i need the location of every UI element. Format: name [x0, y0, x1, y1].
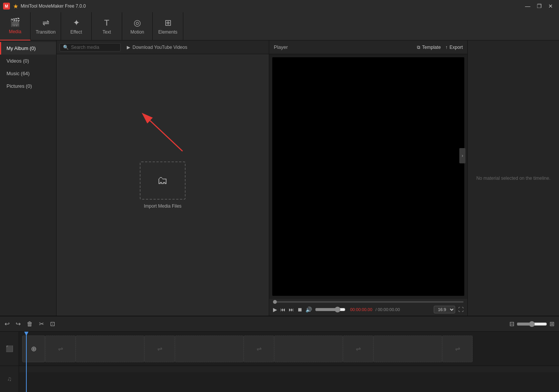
search-input[interactable]: Search media	[71, 45, 99, 50]
toolbar-effect[interactable]: ✦ Effect	[61, 12, 92, 40]
media-icon: 🎬	[10, 18, 20, 27]
timeline-toolbar: ↩ ↪ 🗑 ✂ ⊡ ⊟ ⊞	[0, 316, 559, 332]
title-star-icon: ★	[13, 3, 18, 10]
fullscreen-button[interactable]: ⛶	[458, 307, 464, 313]
next-frame-button[interactable]: ⏭	[289, 307, 294, 313]
window-controls: — ❐ ✕	[522, 1, 556, 11]
prev-frame-button[interactable]: ⏮	[280, 307, 286, 313]
player-controls: ▶ ⏮ ⏭ ⏹ 🔊 00:00:00.00 / 00:00:00.00 16:9…	[269, 299, 467, 316]
yt-download-button[interactable]: ▶ Download YouTube Videos	[124, 44, 190, 51]
elements-icon: ⊞	[165, 18, 171, 28]
transition-slot-4[interactable]: ⇌	[343, 336, 373, 362]
add-icon: ⊕	[31, 345, 37, 353]
app-icon: M	[3, 3, 10, 10]
motion-icon: ◎	[134, 18, 141, 28]
audio-track-label: ♫	[0, 366, 19, 392]
audio-track-icon: ♫	[7, 376, 12, 382]
import-label: Import Media Files	[144, 203, 182, 209]
track-labels: ⬛ ♫	[0, 332, 19, 392]
search-icon: 🔍	[63, 45, 69, 50]
current-time: 00:00:00.00	[350, 307, 372, 312]
progress-bar[interactable]	[273, 301, 464, 303]
play-button[interactable]: ▶	[273, 307, 277, 313]
volume-icon: 🔊	[305, 307, 312, 313]
effect-icon: ✦	[73, 18, 80, 28]
zoom-out-button[interactable]: ⊟	[509, 320, 514, 327]
toolbar-motion[interactable]: ◎ Motion	[122, 12, 153, 40]
template-button[interactable]: ⧉ Template	[417, 45, 441, 50]
transition-slot-1[interactable]: ⇌	[45, 336, 76, 362]
right-panel: No material selected on the timeline.	[467, 40, 559, 316]
maximize-button[interactable]: ❐	[534, 1, 544, 11]
sidebar-item-music[interactable]: Music (64)	[0, 67, 56, 80]
redo-button[interactable]: ↪	[16, 320, 21, 327]
playhead[interactable]	[26, 332, 27, 392]
media-slot-4[interactable]	[373, 336, 442, 362]
content-area: My Album (0) Videos (0) Music (64) Pictu…	[0, 40, 559, 316]
media-content: 🗂 Import Media Files	[57, 54, 269, 316]
transition-icon-2: ⇌	[157, 345, 162, 352]
elements-label: Elements	[158, 29, 177, 35]
transition-icon-5: ⇌	[455, 345, 460, 352]
arrow-annotation	[129, 109, 190, 156]
transition-label: Transition	[36, 29, 55, 35]
export-icon: ↑	[445, 45, 448, 50]
text-label: Text	[102, 29, 111, 35]
transition-slot-2[interactable]: ⇌	[144, 336, 175, 362]
media-slot-2[interactable]	[175, 336, 244, 362]
template-icon: ⧉	[417, 45, 420, 50]
effect-label: Effect	[70, 29, 82, 35]
import-media-button[interactable]: 🗂	[140, 161, 186, 200]
folder-icon: 🗂	[157, 174, 168, 187]
media-slot-1[interactable]	[76, 336, 144, 362]
video-screen	[272, 57, 464, 296]
controls-row: ▶ ⏮ ⏭ ⏹ 🔊 00:00:00.00 / 00:00:00.00 16:9…	[273, 306, 464, 313]
video-track-icon: ⬛	[6, 345, 13, 352]
sidebar: My Album (0) Videos (0) Music (64) Pictu…	[0, 40, 57, 316]
transition-slot-3[interactable]: ⇌	[244, 336, 274, 362]
delete-button[interactable]: 🗑	[27, 321, 33, 327]
media-label: Media	[9, 29, 21, 34]
undo-button[interactable]: ↩	[5, 320, 10, 327]
cut-button[interactable]: ✂	[39, 320, 44, 327]
player-actions: ⧉ Template ↑ Export	[417, 45, 463, 50]
add-video-button[interactable]: ⊕	[22, 336, 45, 362]
transition-slot-5[interactable]: ⇌	[442, 336, 473, 362]
media-panel: 🔍 Search media ▶ Download YouTube Videos…	[57, 40, 269, 316]
zoom-slider[interactable]	[517, 321, 547, 327]
zoom-controls: ⊟ ⊞	[509, 320, 554, 327]
search-box: 🔍 Search media	[60, 43, 121, 52]
svg-line-1	[150, 121, 183, 151]
toolbar-elements[interactable]: ⊞ Elements	[153, 12, 183, 40]
volume-slider[interactable]	[315, 307, 346, 313]
media-toolbar: 🔍 Search media ▶ Download YouTube Videos	[57, 40, 269, 54]
stop-button[interactable]: ⏹	[297, 307, 302, 313]
sidebar-item-videos[interactable]: Videos (0)	[0, 55, 56, 67]
yt-icon: ▶	[127, 45, 130, 50]
sidebar-item-pictures[interactable]: Pictures (0)	[0, 80, 56, 92]
toolbar-text[interactable]: T Text	[92, 12, 122, 40]
main-toolbar: 🎬 Media ⇌ Transition ✦ Effect T Text ◎ M…	[0, 12, 559, 40]
crop-button[interactable]: ⊡	[50, 320, 55, 327]
toolbar-transition[interactable]: ⇌ Transition	[31, 12, 61, 40]
transition-icon-4: ⇌	[356, 345, 361, 352]
player-header: Player ⧉ Template ↑ Export	[269, 40, 467, 54]
toolbar-media[interactable]: 🎬 Media	[0, 12, 31, 40]
timeline: ↩ ↪ 🗑 ✂ ⊡ ⊟ ⊞ ⬛ ♫ ⊕	[0, 316, 559, 392]
panel-toggle-button[interactable]: ›	[459, 148, 465, 163]
aspect-ratio-select[interactable]: 16:9 9:16 4:3 1:1	[434, 306, 455, 313]
media-slot-3[interactable]	[274, 336, 343, 362]
video-track-area: ⊕ ⇌ ⇌ ⇌ ⇌ ⇌	[19, 332, 559, 366]
minimize-button[interactable]: —	[522, 1, 533, 11]
total-time: / 00:00:00.00	[375, 307, 400, 312]
transition-icon-3: ⇌	[257, 345, 262, 352]
sidebar-item-my-album[interactable]: My Album (0)	[0, 42, 56, 55]
player-label: Player	[274, 44, 288, 50]
motion-label: Motion	[130, 29, 144, 35]
close-button[interactable]: ✕	[545, 1, 556, 11]
progress-dot	[273, 300, 277, 304]
video-track-label: ⬛	[0, 332, 19, 366]
zoom-in-button[interactable]: ⊞	[549, 320, 554, 327]
export-button[interactable]: ↑ Export	[445, 45, 463, 50]
audio-track-area	[19, 366, 559, 372]
